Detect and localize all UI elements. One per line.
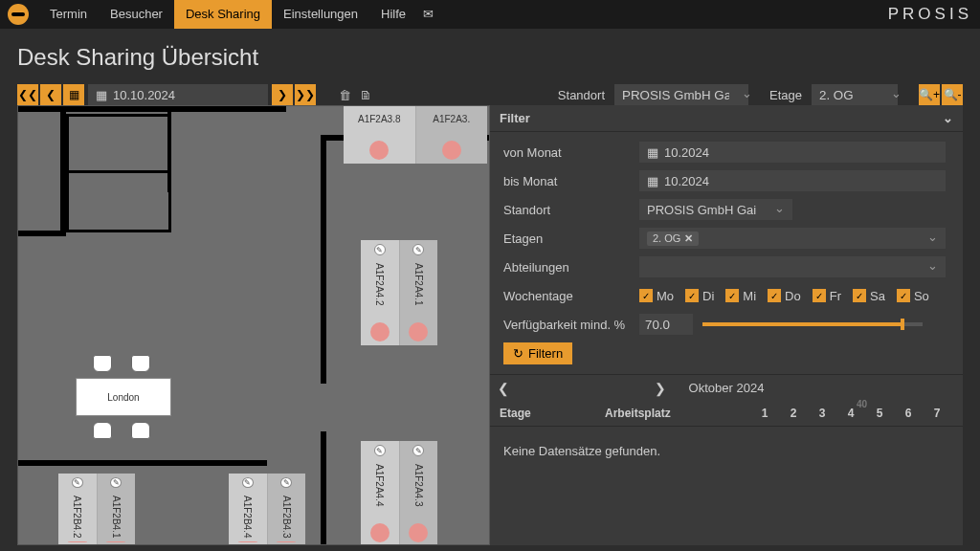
- nav-last-button[interactable]: ❯❯: [295, 84, 316, 105]
- etage-tag[interactable]: 2. OG✕: [647, 231, 699, 246]
- weekday-checkboxes: ✓Mo ✓Di ✓Mi ✓Do ✓Fr ✓Sa ✓So: [639, 289, 929, 303]
- refresh-icon: ↻: [513, 346, 523, 361]
- day-columns: 1 2 3 4 5 6 7: [729, 407, 953, 420]
- status-dot-icon: [68, 541, 87, 542]
- nav-prev-button[interactable]: ❮: [40, 84, 61, 105]
- filter-header[interactable]: Filter ⌄: [490, 105, 963, 132]
- desk[interactable]: A1F2A3.: [416, 106, 488, 164]
- floor-plan[interactable]: London A1F2A3.8 A1F2A3. ✎A1F2A4.2 ✎A1F2A…: [17, 105, 490, 545]
- pencil-icon: ✎: [412, 445, 424, 456]
- nav-desk-sharing[interactable]: Desk Sharing: [174, 0, 272, 29]
- desk[interactable]: ✎A1F2B4.4: [229, 474, 268, 545]
- document-icon[interactable]: 🗎: [356, 84, 375, 105]
- filter-standort-select[interactable]: PROSIS GmbH Gai: [639, 199, 792, 220]
- etagen-select[interactable]: 2. OG✕: [639, 228, 946, 249]
- status-dot-icon: [369, 141, 389, 160]
- pencil-icon: ✎: [374, 244, 386, 255]
- nav-besucher[interactable]: Besucher: [99, 0, 174, 29]
- desk-group: ✎A1F2B4.4 ✎A1F2B4.3: [229, 474, 305, 545]
- chair-icon: [93, 422, 112, 439]
- pencil-icon: ✎: [374, 445, 386, 456]
- checkbox-icon: ✓: [897, 289, 910, 302]
- bis-monat-input[interactable]: ▦10.2024: [639, 170, 946, 191]
- abteilungen-select[interactable]: [639, 256, 946, 277]
- calendar-icon: ▦: [647, 145, 658, 160]
- nav-einstellungen[interactable]: Einstellungen: [272, 0, 369, 29]
- main-nav: Termin Besucher Desk Sharing Einstellung…: [38, 0, 417, 29]
- month-label: Oktober 2024: [689, 381, 765, 395]
- nav-hilfe[interactable]: Hilfe: [369, 0, 417, 29]
- chair-icon: [131, 422, 150, 439]
- desk[interactable]: ✎A1F2B4.1: [98, 474, 136, 545]
- desk[interactable]: ✎A1F2A4.3: [400, 441, 438, 545]
- app-logo-icon: [8, 4, 29, 25]
- filter-button[interactable]: ↻Filtern: [503, 342, 572, 364]
- desk[interactable]: ✎A1F2A4.1: [400, 240, 438, 345]
- von-monat-input[interactable]: ▦10.2024: [639, 142, 946, 163]
- date-value: 10.10.2024: [113, 88, 175, 102]
- checkbox-icon: ✓: [768, 289, 781, 302]
- zoom-out-button[interactable]: 🔍-: [942, 84, 963, 105]
- bis-monat-label: bis Monat: [503, 174, 639, 188]
- etagen-label: Etagen: [503, 231, 639, 246]
- checkbox-icon: ✓: [725, 289, 739, 302]
- delete-icon[interactable]: 🗑: [335, 84, 354, 105]
- checkbox-icon: ✓: [853, 289, 866, 302]
- availability-slider[interactable]: [702, 322, 923, 326]
- chevron-down-icon: ⌄: [943, 111, 953, 125]
- day-do[interactable]: ✓Do: [768, 289, 801, 303]
- page-title: Desk Sharing Übersicht: [17, 44, 963, 71]
- day-di[interactable]: ✓Di: [685, 289, 714, 303]
- chair-icon: [93, 355, 112, 372]
- status-dot-icon: [409, 523, 428, 542]
- filter-title: Filter: [500, 111, 530, 125]
- status-dot-icon: [442, 141, 461, 160]
- kw-label: 40: [857, 399, 867, 409]
- verfuegbarkeit-label: Verfügbarkeit mind. %: [503, 318, 639, 332]
- desk-group: ✎A1F2B4.2 ✎A1F2B4.1: [58, 474, 135, 545]
- month-navigator: ❮ Oktober 2024 ❯: [490, 374, 963, 401]
- day-sa[interactable]: ✓Sa: [853, 289, 885, 303]
- status-dot-icon: [370, 523, 390, 542]
- desk-group: A1F2A3.8 A1F2A3.: [344, 106, 487, 164]
- meeting-table-london[interactable]: London: [76, 378, 171, 416]
- top-nav-bar: Termin Besucher Desk Sharing Einstellung…: [0, 0, 980, 29]
- checkbox-icon: ✓: [685, 289, 699, 302]
- pencil-icon: ✎: [72, 477, 83, 488]
- calendar-button[interactable]: ▦: [63, 84, 84, 105]
- filter-standort-label: Standort: [503, 203, 639, 217]
- zoom-in-button[interactable]: 🔍+: [919, 84, 940, 105]
- availability-input[interactable]: [639, 314, 693, 335]
- pencil-icon: ✎: [242, 477, 254, 488]
- date-input[interactable]: ▦ 10.10.2024: [88, 84, 268, 105]
- side-panel: Filter ⌄ von Monat▦10.2024 bis Monat▦10.…: [490, 105, 963, 545]
- checkbox-icon: ✓: [813, 289, 826, 302]
- mail-icon[interactable]: ✉: [423, 0, 434, 29]
- day-so[interactable]: ✓So: [897, 289, 929, 303]
- calendar-icon: ▦: [96, 88, 107, 102]
- status-dot-icon: [238, 541, 257, 542]
- day-fr[interactable]: ✓Fr: [813, 289, 841, 303]
- brand-logo: PROSIS: [888, 5, 972, 24]
- desk[interactable]: ✎A1F2B4.2: [58, 474, 98, 545]
- nav-termin[interactable]: Termin: [38, 0, 99, 29]
- col-etage: Etage: [500, 407, 605, 420]
- nav-next-button[interactable]: ❯: [272, 84, 293, 105]
- col-arbeitsplatz: Arbeitsplatz: [605, 407, 729, 420]
- nav-first-button[interactable]: ❮❮: [17, 84, 38, 105]
- day-mi[interactable]: ✓Mi: [725, 289, 756, 303]
- status-dot-icon: [106, 541, 125, 542]
- day-mo[interactable]: ✓Mo: [639, 289, 674, 303]
- standort-select[interactable]: PROSIS GmbH Gai: [614, 84, 748, 105]
- toolbar: ❮❮ ❮ ▦ ▦ 10.10.2024 ❯ ❯❯ 🗑 🗎 Standort PR…: [17, 84, 963, 105]
- desk[interactable]: ✎A1F2B4.3: [268, 474, 306, 545]
- desk[interactable]: ✎A1F2A4.2: [361, 240, 400, 345]
- standort-label: Standort: [558, 88, 605, 102]
- desk[interactable]: A1F2A3.8: [344, 106, 416, 164]
- month-next-button[interactable]: ❯: [655, 381, 666, 396]
- etage-select[interactable]: 2. OG: [812, 84, 898, 105]
- close-icon[interactable]: ✕: [684, 232, 693, 245]
- desk[interactable]: ✎A1F2A4.4: [361, 441, 400, 545]
- status-dot-icon: [370, 322, 390, 342]
- month-prev-button[interactable]: ❮: [498, 381, 509, 396]
